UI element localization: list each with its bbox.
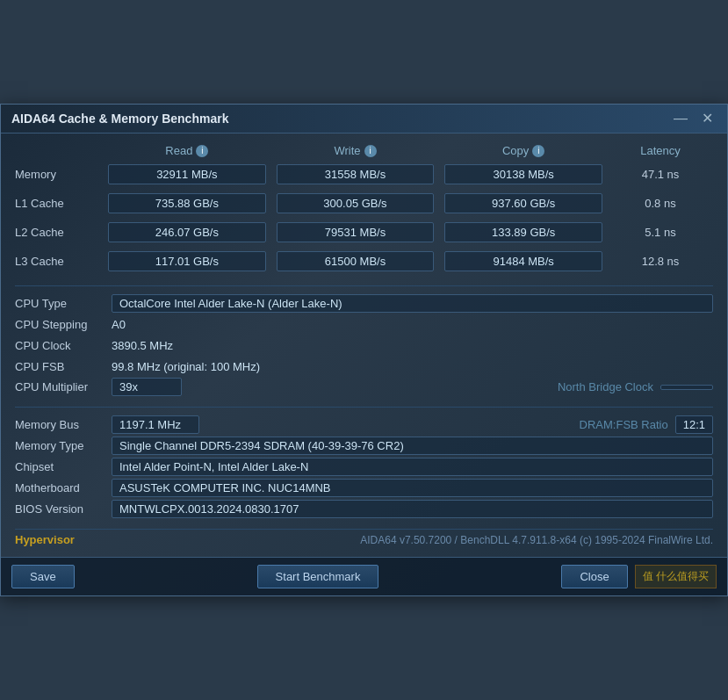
benchmark-button[interactable]: Start Benchmark: [257, 565, 379, 588]
nb-clock-value: [660, 385, 713, 390]
l2-cache-label: L2 Cache: [15, 226, 103, 239]
table-row: L1 Cache 735.88 GB/s 300.05 GB/s 937.60 …: [15, 193, 713, 213]
window-title: AIDA64 Cache & Memory Benchmark: [11, 112, 228, 126]
motherboard-value: ASUSTeK COMPUTER INC. NUC14MNB: [112, 479, 713, 497]
memory-info-section: Memory Bus 1197.1 MHz DRAM:FSB Ratio 12:…: [15, 415, 713, 518]
l3-read-value: 117.01 GB/s: [108, 251, 266, 271]
l3-read-cell: 117.01 GB/s: [103, 251, 271, 271]
cpu-fsb-value: 99.8 MHz (original: 100 MHz): [112, 360, 260, 373]
dram-fsb-value: 12:1: [675, 415, 713, 434]
write-header: Write i: [271, 144, 440, 157]
l3-copy-cell: 91484 MB/s: [439, 251, 608, 271]
cpu-type-label: CPU Type: [15, 297, 112, 310]
bios-row: BIOS Version MNTWLCPX.0013.2024.0830.170…: [15, 499, 713, 518]
close-button-footer[interactable]: Close: [561, 565, 627, 588]
chipset-label: Chipset: [15, 460, 112, 473]
motherboard-row: Motherboard ASUSTeK COMPUTER INC. NUC14M…: [15, 478, 713, 497]
cpu-stepping-label: CPU Stepping: [15, 318, 112, 331]
l1-copy-cell: 937.60 GB/s: [439, 193, 608, 213]
l2-latency-value: 5.1 ns: [608, 226, 713, 239]
memory-read-cell: 32911 MB/s: [103, 164, 271, 184]
title-bar: AIDA64 Cache & Memory Benchmark — ✕: [1, 105, 727, 134]
hypervisor-row: Hypervisor AIDA64 v7.50.7200 / BenchDLL …: [15, 529, 713, 546]
copy-header: Copy i: [439, 144, 608, 157]
cpu-clock-row: CPU Clock 3890.5 MHz: [15, 336, 713, 355]
cpu-multiplier-row: CPU Multiplier 39x North Bridge Clock: [15, 378, 713, 396]
table-row: L3 Cache 117.01 GB/s 61500 MB/s 91484 MB…: [15, 251, 713, 271]
cpu-clock-value: 3890.5 MHz: [112, 339, 173, 352]
hypervisor-label: Hypervisor: [15, 533, 75, 546]
l1-copy-value: 937.60 GB/s: [444, 193, 602, 213]
save-button[interactable]: Save: [11, 565, 75, 588]
cpu-type-value: OctalCore Intel Alder Lake-N (Alder Lake…: [112, 294, 713, 313]
cpu-multiplier-value: 39x: [112, 378, 182, 396]
dram-fsb-label: DRAM:FSB Ratio: [580, 418, 668, 431]
read-info-icon[interactable]: i: [196, 145, 208, 157]
l3-write-value: 61500 MB/s: [277, 251, 435, 271]
content-area: Read i Write i Copy i Latency Memory: [1, 134, 727, 557]
section-divider-2: [15, 407, 713, 408]
cpu-clock-label: CPU Clock: [15, 339, 112, 352]
motherboard-label: Motherboard: [15, 481, 112, 494]
write-info-icon[interactable]: i: [364, 145, 377, 157]
benchmark-table: Read i Write i Copy i Latency Memory: [15, 144, 713, 271]
l1-write-value: 300.05 GB/s: [277, 193, 435, 213]
app-logo: 值 什么值得买: [635, 565, 717, 588]
nb-clock-label: North Bridge Clock: [558, 380, 653, 393]
close-button[interactable]: ✕: [698, 112, 717, 126]
table-row: Memory 32911 MB/s 31558 MB/s 30138 MB/s …: [15, 164, 713, 184]
latency-header: Latency: [608, 144, 713, 157]
memory-write-value: 31558 MB/s: [277, 164, 435, 184]
memory-bus-value: 1197.1 MHz: [112, 415, 199, 434]
l2-copy-cell: 133.89 GB/s: [439, 222, 608, 242]
window-controls: — ✕: [670, 112, 717, 126]
hypervisor-info: AIDA64 v7.50.7200 / BenchDLL 4.7.911.8-x…: [360, 534, 713, 546]
memory-type-value: Single Channel DDR5-2394 SDRAM (40-39-39…: [112, 437, 713, 455]
memory-type-row: Memory Type Single Channel DDR5-2394 SDR…: [15, 436, 713, 455]
footer: Save Start Benchmark Close 值 什么值得买: [1, 557, 727, 595]
main-window: AIDA64 Cache & Memory Benchmark — ✕ Read…: [0, 104, 728, 596]
copy-info-icon[interactable]: i: [532, 145, 544, 157]
l2-copy-value: 133.89 GB/s: [444, 222, 602, 242]
l2-read-cell: 246.07 GB/s: [103, 222, 271, 242]
l1-latency-value: 0.8 ns: [608, 197, 713, 210]
cpu-stepping-row: CPU Stepping A0: [15, 314, 713, 334]
chipset-row: Chipset Intel Alder Point-N, Intel Alder…: [15, 457, 713, 476]
memory-bus-row: Memory Bus 1197.1 MHz DRAM:FSB Ratio 12:…: [15, 415, 713, 434]
table-row: L2 Cache 246.07 GB/s 79531 MB/s 133.89 G…: [15, 222, 713, 242]
memory-read-value: 32911 MB/s: [108, 164, 266, 184]
table-header: Read i Write i Copy i Latency: [15, 144, 713, 161]
l3-copy-value: 91484 MB/s: [444, 251, 602, 271]
l1-read-value: 735.88 GB/s: [108, 193, 266, 213]
cpu-stepping-value: A0: [112, 318, 126, 331]
section-divider: [15, 285, 713, 286]
memory-bus-label: Memory Bus: [15, 418, 112, 431]
memory-type-label: Memory Type: [15, 439, 112, 452]
memory-copy-value: 30138 MB/s: [444, 164, 602, 184]
memory-write-cell: 31558 MB/s: [271, 164, 440, 184]
bios-value: MNTWLCPX.0013.2024.0830.1707: [112, 500, 713, 518]
l3-write-cell: 61500 MB/s: [271, 251, 440, 271]
l1-read-cell: 735.88 GB/s: [103, 193, 271, 213]
minimize-button[interactable]: —: [670, 112, 691, 126]
cpu-fsb-label: CPU FSB: [15, 360, 112, 373]
l3-latency-value: 12.8 ns: [608, 255, 713, 268]
cpu-multiplier-label: CPU Multiplier: [15, 380, 112, 393]
cpu-type-row: CPU Type OctalCore Intel Alder Lake-N (A…: [15, 293, 713, 313]
read-header: Read i: [103, 144, 271, 157]
bios-label: BIOS Version: [15, 502, 112, 516]
l2-write-cell: 79531 MB/s: [271, 222, 440, 242]
chipset-value: Intel Alder Point-N, Intel Alder Lake-N: [112, 458, 713, 476]
l1-cache-label: L1 Cache: [15, 197, 103, 210]
l1-write-cell: 300.05 GB/s: [271, 193, 440, 213]
l2-read-value: 246.07 GB/s: [108, 222, 266, 242]
l2-write-value: 79531 MB/s: [277, 222, 435, 242]
memory-copy-cell: 30138 MB/s: [439, 164, 608, 184]
memory-label: Memory: [15, 168, 103, 181]
memory-latency-value: 47.1 ns: [608, 168, 713, 181]
cpu-info-section: CPU Type OctalCore Intel Alder Lake-N (A…: [15, 293, 713, 396]
l3-cache-label: L3 Cache: [15, 255, 103, 268]
cpu-fsb-row: CPU FSB 99.8 MHz (original: 100 MHz): [15, 357, 713, 376]
